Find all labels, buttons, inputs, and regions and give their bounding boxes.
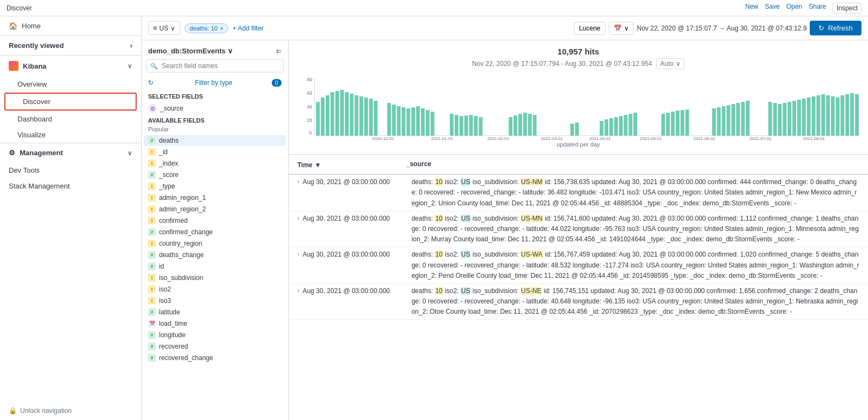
auto-select-button[interactable]: Auto ∨ <box>656 58 684 69</box>
field-item-deaths[interactable]: # deaths <box>144 135 286 146</box>
svg-text:2021-07-01: 2021-07-01 <box>750 136 772 140</box>
calendar-button[interactable]: 📅 ∨ <box>609 22 634 35</box>
inspect-button[interactable]: Inspect <box>833 3 861 14</box>
filter-by-type-icon: ↻ <box>148 79 154 87</box>
highlight-iso-sub: US-NE <box>521 287 542 295</box>
field-item-_id[interactable]: t _id <box>144 147 286 157</box>
unlock-navigation-button[interactable]: 🔒 Unlock navigation <box>0 401 141 420</box>
sidebar-item-dashboard[interactable]: Dashboard <box>0 111 141 127</box>
table-row[interactable]: › Aug 30, 2021 @ 03:00:00.000 deaths: 10… <box>289 211 868 248</box>
recently-viewed-header[interactable]: Recently viewed › <box>0 36 141 55</box>
filter-tag-deaths[interactable]: deaths: 10 × <box>185 23 228 33</box>
svg-text:2021-08-01: 2021-08-01 <box>803 136 826 140</box>
index-selector[interactable]: ≡ US ∨ <box>148 21 180 35</box>
add-filter-button[interactable]: + Add filter <box>233 25 264 32</box>
top-bar: Discover New Save Open Share Inspect <box>0 0 868 16</box>
field-item-latitude[interactable]: # latitude <box>144 307 286 318</box>
field-item-confirmed_change[interactable]: # confirmed_change <box>144 227 286 238</box>
field-item-longitude[interactable]: # longitude <box>144 330 286 340</box>
time-sort-icon: ▼ <box>315 161 321 169</box>
filter-by-type-button[interactable]: ↻ Filter by type 0 <box>142 77 288 91</box>
data-area: 10,957 hits Nov 22, 2020 @ 17:15:07.794 … <box>289 40 868 420</box>
field-name-deaths: deaths <box>159 137 282 144</box>
open-button[interactable]: Open <box>786 3 802 14</box>
svg-rect-54 <box>666 113 670 136</box>
field-type-icon-load_time: 📅 <box>148 320 156 327</box>
svg-rect-70 <box>783 103 786 136</box>
result-time: Aug 30, 2021 @ 03:00:00.000 <box>303 249 412 258</box>
svg-rect-59 <box>712 108 716 136</box>
svg-rect-73 <box>797 100 801 136</box>
field-item-_type[interactable]: t _type <box>144 181 286 192</box>
sidebar-item-stack-management[interactable]: Stack Management <box>0 178 141 194</box>
svg-rect-83 <box>845 94 849 136</box>
row-expand-icon[interactable]: › <box>297 286 299 294</box>
column-source-header: _source <box>406 159 859 169</box>
app-name: Discover <box>7 4 32 12</box>
index-pattern-icon: ≡ <box>153 24 157 32</box>
calendar-chevron-icon: ∨ <box>624 25 629 32</box>
new-button[interactable]: New <box>745 3 759 14</box>
time-sort-label: Time <box>297 161 313 169</box>
field-type-icon-iso3: t <box>148 297 156 305</box>
save-button[interactable]: Save <box>765 3 780 14</box>
field-item-admin_region_1[interactable]: t admin_region_1 + <box>144 192 286 203</box>
result-source: deaths: 10 iso2: US iso_subdivision: US-… <box>412 286 859 318</box>
field-item-admin_region_2[interactable]: t admin_region_2 <box>144 204 286 215</box>
field-item-recovered_change[interactable]: # recovered_change <box>144 352 286 363</box>
lucene-button[interactable]: Lucene <box>574 22 605 35</box>
search-fields-input[interactable] <box>146 59 284 72</box>
field-item-recovered[interactable]: # recovered <box>144 341 286 352</box>
field-item-deaths_change[interactable]: # deaths_change <box>144 249 286 260</box>
field-item-confirmed[interactable]: t confirmed <box>144 215 286 226</box>
table-row[interactable]: › Aug 30, 2021 @ 03:00:00.000 deaths: 10… <box>289 284 868 320</box>
column-time-header[interactable]: Time ▼ <box>297 159 406 169</box>
sidebar-item-discover[interactable]: Discover <box>4 93 137 111</box>
field-name-admin_region_2: admin_region_2 <box>159 205 282 213</box>
time-display[interactable]: Nov 22, 2020 @ 17:15:07.7 → Aug 30, 2021… <box>637 25 807 32</box>
sidebar-item-dev-tools[interactable]: Dev Tools <box>0 162 141 178</box>
svg-rect-85 <box>855 94 859 136</box>
result-source: deaths: 10 iso2: US iso_subdivision: US-… <box>412 177 859 209</box>
field-type-icon-confirmed: t <box>148 217 156 224</box>
kibana-header[interactable]: Kibana ∨ <box>0 56 141 76</box>
field-item-_index[interactable]: t _index <box>144 158 286 169</box>
field-item-id[interactable]: # id <box>144 261 286 272</box>
index-name-label: demo_db:StormEvents <box>148 47 225 55</box>
row-expand-icon[interactable]: › <box>297 249 299 257</box>
index-chevron-icon: ∨ <box>170 25 175 32</box>
filter-tag-close-icon[interactable]: × <box>220 25 223 32</box>
svg-text:2021-03-01: 2021-03-01 <box>541 136 563 140</box>
table-row[interactable]: › Aug 30, 2021 @ 03:00:00.000 deaths: 10… <box>289 175 868 211</box>
field-item-_score[interactable]: # _score <box>144 169 286 180</box>
sidebar-item-overview[interactable]: Overview <box>0 76 141 92</box>
svg-rect-42 <box>533 115 536 136</box>
field-item-source[interactable]: ⊙ _source <box>144 102 286 114</box>
highlight-iso2: US <box>461 287 471 295</box>
svg-rect-35 <box>474 116 478 136</box>
sidebar-item-visualize[interactable]: Visualize <box>0 127 141 143</box>
svg-rect-31 <box>455 115 459 136</box>
available-fields-label: Available fields <box>142 115 288 126</box>
field-item-load_time[interactable]: 📅 load_time <box>144 318 286 329</box>
field-item-country_region[interactable]: t country_region <box>144 238 286 249</box>
field-item-iso_subdivision[interactable]: t iso_subdivision <box>144 272 286 283</box>
field-item-iso3[interactable]: t iso3 <box>144 295 286 306</box>
table-row[interactable]: › Aug 30, 2021 @ 03:00:00.000 deaths: 10… <box>289 247 868 284</box>
sidebar-home-item[interactable]: 🏠 Home <box>0 16 141 36</box>
management-header[interactable]: ⚙ Management ∨ <box>0 143 141 162</box>
index-name[interactable]: demo_db:StormEvents ∨ <box>148 47 233 55</box>
refresh-button[interactable]: ↻ Refresh <box>810 21 861 35</box>
svg-rect-25 <box>411 107 415 136</box>
svg-rect-17 <box>364 98 368 136</box>
collapse-fields-button[interactable]: ⇇ <box>276 47 282 55</box>
result-source: deaths: 10 iso2: US iso_subdivision: US-… <box>412 214 859 245</box>
row-expand-icon[interactable]: › <box>297 214 299 221</box>
field-item-iso2[interactable]: t iso2 <box>144 284 286 295</box>
kibana-chevron-icon: ∨ <box>127 62 132 70</box>
field-name-longitude: longitude <box>159 331 282 339</box>
svg-rect-40 <box>523 113 527 136</box>
results-area[interactable]: Time ▼ _source › Aug 30, 2021 @ 03:00:00… <box>289 155 868 420</box>
row-expand-icon[interactable]: › <box>297 177 299 185</box>
share-button[interactable]: Share <box>809 3 826 14</box>
